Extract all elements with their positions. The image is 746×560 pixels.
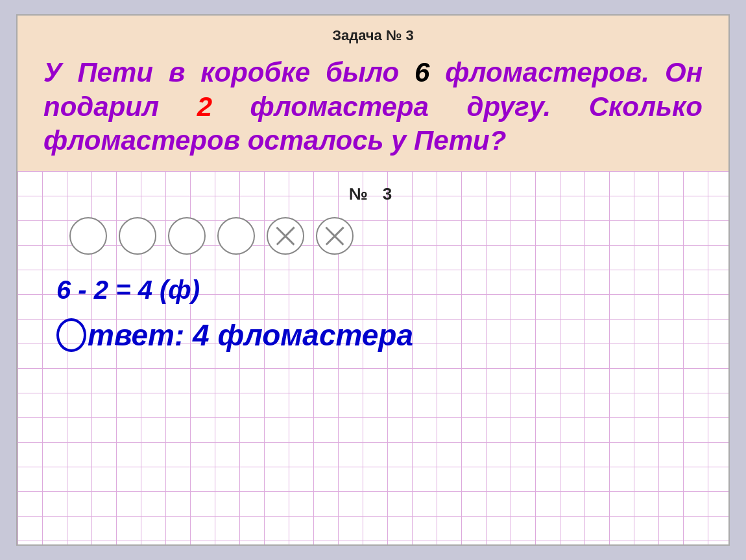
circle-4 [217,217,255,255]
circle-6-crossed [316,217,354,255]
slide: Задача № 3 У Пети в коробке было 6 флома… [16,14,730,546]
circle-1 [69,217,107,255]
header-section: Задача № 3 У Пети в коробке было 6 флома… [18,16,728,171]
circle-5-crossed [267,217,304,255]
answer-text: твет: 4 фломастера [56,318,690,353]
content-inner: № 3 6 - 2 = 4 (ф) твет: 4 фломастера [18,171,728,372]
circles-row [69,217,690,255]
task-number1: 6 [415,57,429,88]
task-text: У Пети в коробке было 6 фломастеров. Он … [43,56,703,158]
circle-2 [119,217,156,255]
answer-o-circle [56,318,86,352]
circle-3 [168,217,206,255]
task-text-part1: У Пети в коробке было [43,57,415,88]
task-title: Задача № 3 [43,27,703,44]
equation-text: 6 - 2 = 4 (ф) [56,275,690,305]
content-section: № 3 6 - 2 = 4 (ф) твет: 4 фломастера [18,171,728,545]
number-label: № 3 [56,184,690,204]
answer-label: твет: 4 фломастера [88,318,413,353]
task-number2: 2 [197,91,212,122]
